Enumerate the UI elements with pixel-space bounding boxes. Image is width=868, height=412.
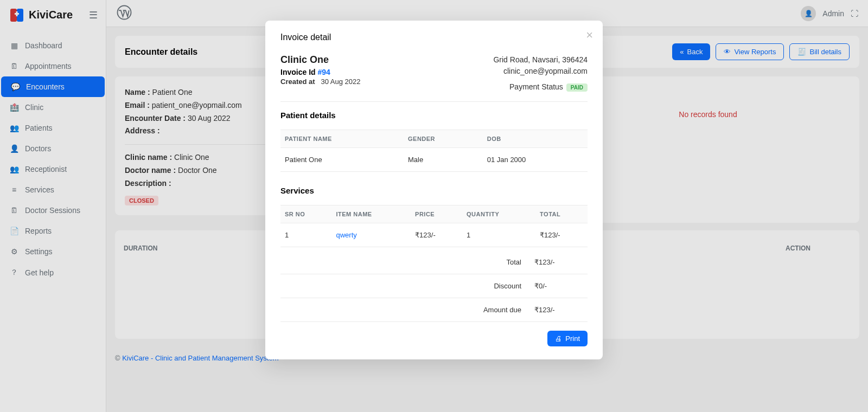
- modal-overlay[interactable]: × Invoice detail Clinic One Invoice Id #…: [0, 0, 868, 371]
- cell-name: Patient One: [280, 148, 404, 172]
- created-line: Created at 30 Aug 2022: [280, 78, 360, 86]
- invoice-header: Clinic One Invoice Id #94 Created at 30 …: [280, 54, 588, 93]
- services-table: SR NO ITEM NAME PRICE QUANTITY TOTAL 1 q…: [280, 205, 588, 247]
- totals-block: Total₹123/- Discount₹0/- Amount due₹123/…: [280, 250, 588, 322]
- email-text: clinic_one@yopmail.com: [493, 66, 588, 77]
- invoice-modal: × Invoice detail Clinic One Invoice Id #…: [265, 21, 603, 359]
- payment-status: Payment StatusPAID: [493, 81, 588, 93]
- col-dob: DOB: [483, 130, 588, 148]
- cell-gender: Male: [404, 148, 483, 172]
- clinic-name: Clinic One: [280, 54, 360, 66]
- print-icon: 🖨: [555, 334, 562, 343]
- discount-row: Discount₹0/-: [280, 274, 588, 298]
- col-item: ITEM NAME: [331, 205, 411, 223]
- patient-table: PATIENT NAME GENDER DOB Patient One Male…: [280, 130, 588, 172]
- modal-title: Invoice detail: [280, 33, 588, 42]
- col-price: PRICE: [411, 205, 462, 223]
- due-row: Amount due₹123/-: [280, 298, 588, 322]
- cell-dob: 01 Jan 2000: [483, 148, 588, 172]
- table-row: 1 qwerty ₹123/- 1 ₹123/-: [280, 223, 588, 247]
- button-label: Print: [565, 334, 580, 343]
- address-text: Grid Road, Navsari, 396424: [493, 54, 588, 66]
- table-row: Patient One Male 01 Jan 2000: [280, 148, 588, 172]
- col-patient-name: PATIENT NAME: [280, 130, 404, 148]
- invoice-id[interactable]: #94: [317, 68, 330, 76]
- col-gender: GENDER: [404, 130, 483, 148]
- cell-price: ₹123/-: [411, 223, 462, 247]
- invoice-id-line: Invoice Id #94: [280, 68, 360, 76]
- paid-badge: PAID: [566, 83, 588, 92]
- total-row: Total₹123/-: [280, 250, 588, 274]
- clinic-address: Grid Road, Navsari, 396424 clinic_one@yo…: [493, 54, 588, 93]
- cell-item[interactable]: qwerty: [331, 223, 411, 247]
- col-sr: SR NO: [280, 205, 331, 223]
- print-button[interactable]: 🖨Print: [547, 331, 588, 346]
- cell-sr: 1: [280, 223, 331, 247]
- col-qty: QUANTITY: [462, 205, 535, 223]
- services-heading: Services: [280, 186, 588, 195]
- close-button[interactable]: ×: [586, 28, 593, 42]
- patient-details-heading: Patient details: [280, 111, 588, 120]
- cell-qty: 1: [462, 223, 535, 247]
- col-total: TOTAL: [535, 205, 588, 223]
- modal-footer: 🖨Print: [280, 331, 588, 346]
- cell-total: ₹123/-: [535, 223, 588, 247]
